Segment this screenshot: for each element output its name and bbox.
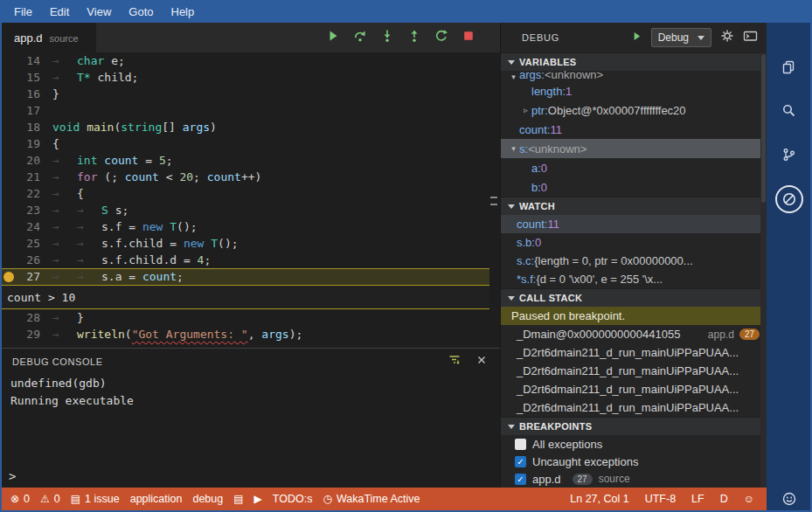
breakpoint-condition-editor[interactable]: count > 10 <box>0 285 489 309</box>
step-into-button[interactable] <box>376 26 399 49</box>
breakpoint-gutter[interactable] <box>0 86 17 102</box>
section-breakpoints[interactable]: BREAKPOINTS <box>501 417 767 435</box>
variable-row[interactable]: b: 0 <box>501 177 767 197</box>
step-out-button[interactable] <box>403 26 426 49</box>
status-item[interactable]: ⚠0 <box>35 488 66 510</box>
line-number[interactable]: 17 <box>17 102 40 119</box>
line-number[interactable]: 29 <box>17 326 40 342</box>
section-variables[interactable]: VARIABLES <box>501 52 767 71</box>
line-number[interactable]: 28 <box>17 309 40 326</box>
stack-frame[interactable]: _D2rt6dmain211_d_run_mainUiPPaPUAA... <box>501 362 767 380</box>
section-watch[interactable]: WATCH <box>501 197 767 215</box>
line-number[interactable]: 20 <box>17 152 40 169</box>
status-item[interactable]: LF <box>686 488 710 510</box>
variable-row[interactable]: length: 1 <box>501 81 767 100</box>
breakpoint-gutter[interactable] <box>0 202 17 218</box>
restart-button[interactable] <box>430 26 453 49</box>
gear-icon[interactable] <box>720 29 734 46</box>
source-control-icon[interactable] <box>781 147 797 166</box>
status-item[interactable]: ⊗0 <box>5 488 35 510</box>
variable-row[interactable]: count: 11 <box>501 120 767 139</box>
breakpoint-row[interactable]: All exceptions <box>501 435 767 453</box>
debug-config-select[interactable]: Debug <box>651 28 711 47</box>
continue-button[interactable] <box>322 26 344 49</box>
menu-item-goto[interactable]: Goto <box>120 5 162 18</box>
breakpoint-gutter[interactable] <box>0 102 17 119</box>
status-item[interactable]: UTF-8 <box>640 488 681 510</box>
breakpoint-gutter[interactable] <box>0 326 17 342</box>
stack-frame[interactable]: _D2rt6dmain211_d_run_mainUiPPaPUAA... <box>501 398 767 417</box>
status-item[interactable]: ▤1 issue <box>66 488 125 510</box>
variable-row[interactable]: a: 0 <box>501 158 767 177</box>
variable-row[interactable]: ▾s: <unknown> <box>501 139 767 158</box>
panel-scrollbar[interactable] <box>760 52 767 488</box>
menu-item-view[interactable]: View <box>78 5 120 18</box>
breakpoint-checkbox[interactable] <box>515 439 526 450</box>
stop-button[interactable] <box>457 26 480 49</box>
breakpoint-gutter[interactable] <box>0 52 17 69</box>
breakpoint-gutter[interactable] <box>0 218 17 235</box>
line-number[interactable]: 25 <box>17 235 40 252</box>
status-item[interactable]: D <box>715 488 733 510</box>
breakpoint-checkbox[interactable]: ✓ <box>515 474 526 485</box>
line-number[interactable]: 18 <box>17 119 40 135</box>
debug-console-prompt[interactable]: > <box>9 469 16 483</box>
code-editor[interactable]: 14→char e;15→T* child;16}1718void main(s… <box>0 52 489 348</box>
watch-row[interactable]: count: 11 <box>501 215 767 233</box>
status-item[interactable]: debug <box>187 488 228 510</box>
step-over-button[interactable] <box>349 26 371 49</box>
breakpoint-gutter[interactable] <box>0 252 17 268</box>
status-item[interactable]: ◷WakaTime Active <box>317 488 425 510</box>
tab-appd[interactable]: app.d source <box>0 23 96 52</box>
breakpoint-row[interactable]: ✓app.d27source <box>501 470 767 488</box>
line-number[interactable]: 16 <box>17 86 40 102</box>
line-number[interactable]: 21 <box>17 169 40 185</box>
line-number[interactable]: 22 <box>17 185 40 202</box>
line-number[interactable]: 23 <box>17 202 40 218</box>
watch-row[interactable]: s.b: 0 <box>501 233 767 252</box>
menu-item-file[interactable]: File <box>5 5 41 18</box>
feedback-smiley-icon[interactable] <box>781 491 797 510</box>
debug-no-symbols-icon[interactable] <box>775 185 803 213</box>
stack-frame[interactable]: _D2rt6dmain211_d_run_mainUiPPaPUAA... <box>501 343 767 362</box>
line-number[interactable]: 15 <box>17 69 40 86</box>
breakpoint-dot[interactable] <box>3 272 14 282</box>
stack-frame[interactable]: _Dmain@0x0000000000441055app.d27 <box>501 325 767 343</box>
watch-row[interactable]: s.c: {length = 0, ptr = 0x00000000... <box>501 252 767 270</box>
breakpoint-gutter[interactable] <box>0 119 17 135</box>
breakpoint-gutter[interactable] <box>0 235 17 252</box>
variable-row[interactable]: ▾args: <unknown> <box>501 71 767 81</box>
menu-item-help[interactable]: Help <box>163 5 204 18</box>
status-item[interactable]: Ln 27, Col 1 <box>565 488 634 510</box>
breakpoint-gutter[interactable] <box>0 309 17 326</box>
watch-row[interactable]: *s.f: {d = 0 '\x00', e = 255 '\x... <box>501 270 767 288</box>
breakpoint-checkbox[interactable]: ✓ <box>515 456 526 467</box>
start-debug-button[interactable] <box>631 30 642 45</box>
breakpoint-gutter[interactable] <box>0 169 17 185</box>
status-item[interactable]: TODO:s <box>267 488 318 510</box>
close-icon[interactable] <box>475 354 488 370</box>
filter-icon[interactable] <box>448 353 462 370</box>
breakpoint-row[interactable]: ✓Uncaught exceptions <box>501 453 767 470</box>
breakpoint-gutter[interactable] <box>0 135 17 152</box>
status-item[interactable]: ▤ <box>228 488 248 510</box>
breakpoint-gutter[interactable] <box>0 152 17 169</box>
line-number[interactable]: 27 <box>17 269 40 285</box>
files-icon[interactable] <box>781 59 797 79</box>
line-number[interactable]: 19 <box>17 135 40 152</box>
line-number[interactable]: 14 <box>17 52 40 69</box>
breakpoint-gutter[interactable] <box>0 269 17 285</box>
menu-item-edit[interactable]: Edit <box>41 5 78 18</box>
line-number[interactable]: 26 <box>17 252 40 268</box>
variable-row[interactable]: ▹ptr: Object@*0x00007fffffffec20 <box>501 100 767 120</box>
stack-frame[interactable]: _D2rt6dmain211_d_run_mainUiPPaPUAA... <box>501 380 767 398</box>
search-icon[interactable] <box>781 103 797 122</box>
breakpoint-gutter[interactable] <box>0 185 17 202</box>
section-call-stack[interactable]: CALL STACK <box>501 288 767 307</box>
line-number[interactable]: 24 <box>17 218 40 235</box>
status-item[interactable]: ▶ <box>249 488 267 510</box>
status-item[interactable]: ☺ <box>739 488 760 510</box>
open-console-icon[interactable] <box>743 29 758 46</box>
breakpoint-gutter[interactable] <box>0 69 17 86</box>
status-item[interactable]: application <box>125 488 188 510</box>
